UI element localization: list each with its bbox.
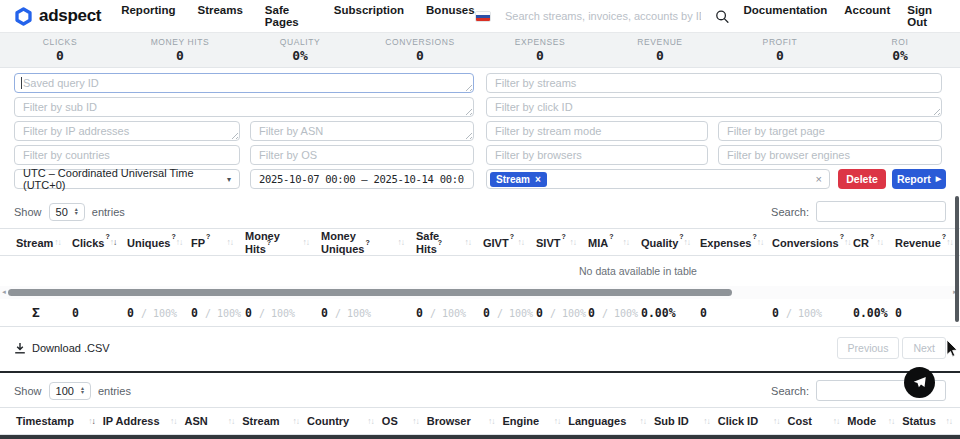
- col-browser[interactable]: Browser ↑↓: [427, 415, 503, 427]
- col-conversions[interactable]: Conversions? ↑↓: [772, 236, 853, 249]
- chevron-down-icon: ▾: [227, 175, 231, 184]
- col-fp[interactable]: FP? ↑↓: [191, 236, 245, 249]
- report-type-select[interactable]: Stream × ×: [486, 169, 830, 189]
- streams-filter-field: [486, 73, 942, 93]
- column-label: Languages: [568, 415, 626, 427]
- col-mode[interactable]: Mode ↑↓: [847, 415, 902, 427]
- table1-horizontal-scrollbar[interactable]: ◄ ►: [0, 286, 960, 299]
- sort-icon: ↑↓: [877, 237, 884, 247]
- ip-addresses-input[interactable]: [14, 121, 240, 141]
- col-revenue[interactable]: Revenue? ↑↓: [895, 236, 955, 249]
- click-id-input[interactable]: [486, 97, 942, 117]
- col-quality[interactable]: Quality? ↑↓: [641, 236, 700, 249]
- stream-filter-tag[interactable]: Stream ×: [490, 172, 547, 187]
- nav-documentation[interactable]: Documentation: [744, 4, 828, 28]
- saved-query-input[interactable]: [14, 73, 474, 93]
- browser-engines-field: [718, 145, 942, 165]
- column-label: Revenue?: [895, 236, 946, 249]
- sort-icon: ↑↓: [773, 416, 780, 426]
- target-page-input[interactable]: [718, 121, 942, 141]
- table1-controls: Show 50 ▴▾ entries Search:: [0, 194, 960, 228]
- table2-horizontal-scrollbar[interactable]: [0, 435, 960, 439]
- global-search-input[interactable]: [505, 10, 701, 22]
- page-size-select-2[interactable]: 100 ▴▾: [49, 382, 91, 400]
- nav-safe-pages[interactable]: Safe Pages: [265, 4, 312, 28]
- column-label: Expenses?: [700, 236, 757, 249]
- sort-icon: ↑↓: [946, 416, 953, 426]
- scrollbar-thumb[interactable]: [8, 289, 732, 296]
- navbar-right: Documentation Account Sign Out: [475, 4, 946, 28]
- col-asn[interactable]: ASN ↑↓: [184, 415, 242, 427]
- column-label: Quality?: [641, 236, 684, 249]
- col-country[interactable]: Country ↑↓: [307, 415, 382, 427]
- russian-flag-icon[interactable]: [475, 11, 491, 22]
- countries-input[interactable]: [14, 145, 240, 165]
- asn-input[interactable]: [250, 121, 474, 141]
- previous-button[interactable]: Previous: [837, 337, 900, 359]
- col-uniques[interactable]: Uniques? ↑↓: [127, 236, 191, 249]
- col-sivt[interactable]: SIVT? ↑↓: [536, 236, 588, 249]
- table1-search-input[interactable]: [816, 201, 946, 222]
- col-status[interactable]: Status ↑↓: [902, 415, 960, 427]
- col-ip-address[interactable]: IP Address ↑↓: [103, 415, 185, 427]
- clear-selection-icon[interactable]: ×: [816, 173, 822, 185]
- column-label: Cost: [788, 415, 812, 427]
- col-languages[interactable]: Languages ↑↓: [568, 415, 654, 427]
- page-size-select[interactable]: 50 ▴▾: [49, 203, 85, 221]
- col-sub-id[interactable]: Sub ID ↑↓: [654, 415, 718, 427]
- col-clicks[interactable]: Clicks? ↑↓: [72, 236, 127, 249]
- sort-icon: ↑↓: [176, 237, 183, 247]
- stream-mode-field: [486, 121, 708, 141]
- page-vertical-scrollbar[interactable]: [955, 196, 959, 322]
- col-stream2[interactable]: Stream ↑↓: [242, 415, 307, 427]
- nav-streams[interactable]: Streams: [197, 4, 242, 28]
- summary-quality: 0.00%: [641, 306, 700, 320]
- column-label: Mode: [847, 415, 876, 427]
- browsers-input[interactable]: [486, 145, 708, 165]
- next-button[interactable]: Next: [902, 337, 946, 359]
- col-cr[interactable]: CR? ↑↓: [853, 236, 895, 249]
- summary-sivt: 0/ 100%: [536, 306, 588, 320]
- stream-mode-input[interactable]: [486, 121, 708, 141]
- adspect-logo[interactable]: adspect: [14, 6, 101, 26]
- nav-subscription[interactable]: Subscription: [334, 4, 404, 28]
- download-csv-link[interactable]: Download .CSV: [14, 342, 110, 354]
- col-safe-hits[interactable]: Safe Hits? ↑↓: [416, 230, 483, 255]
- sort-icon: ↑↓: [554, 416, 561, 426]
- nav-account[interactable]: Account: [844, 4, 890, 28]
- col-money-hits[interactable]: Money Hits? ↑↓: [245, 230, 321, 255]
- delete-button[interactable]: Delete: [838, 169, 886, 189]
- col-givt[interactable]: GIVT? ↑↓: [483, 236, 536, 249]
- browser-engines-input[interactable]: [718, 145, 942, 165]
- os-input[interactable]: [250, 145, 474, 165]
- table2-controls: Show 100 ▴▾ entries Search:: [0, 373, 960, 407]
- scroll-left-icon[interactable]: ◄: [1, 289, 7, 295]
- telegram-chat-button[interactable]: [904, 367, 935, 398]
- nav-sign-out[interactable]: Sign Out: [907, 4, 946, 28]
- top-navbar: adspect Reporting Streams Safe Pages Sub…: [0, 0, 960, 33]
- report-button[interactable]: Report ▶: [892, 169, 946, 189]
- sort-icon: ↑↓: [623, 237, 630, 247]
- streams-filter-input[interactable]: [486, 73, 942, 93]
- remove-tag-icon[interactable]: ×: [535, 174, 541, 185]
- col-click-id[interactable]: Click ID ↑↓: [718, 415, 788, 427]
- nav-bonuses[interactable]: Bonuses: [426, 4, 475, 28]
- col-engine[interactable]: Engine ↑↓: [502, 415, 568, 427]
- column-label: Clicks?: [72, 236, 110, 249]
- download-icon: [14, 342, 26, 354]
- search-icon[interactable]: [715, 9, 729, 24]
- col-money-uniques[interactable]: Money Uniques? ↑↓: [321, 230, 416, 255]
- column-label: Engine: [502, 415, 539, 427]
- timezone-select[interactable]: UTC – Coordinated Universal Time (UTC+0)…: [14, 169, 240, 189]
- col-os[interactable]: OS ↑↓: [382, 415, 427, 427]
- col-cost[interactable]: Cost ↑↓: [788, 415, 848, 427]
- column-label: Stream: [242, 415, 279, 427]
- col-mia[interactable]: MIA? ↑↓: [588, 236, 641, 249]
- sub-id-input[interactable]: [14, 97, 474, 117]
- nav-reporting[interactable]: Reporting: [121, 4, 175, 28]
- col-expenses[interactable]: Expenses? ↑↓: [700, 236, 772, 249]
- col-timestamp[interactable]: Timestamp ↑↓: [16, 415, 103, 427]
- table1-header: Stream ↑↓ Clicks? ↑↓ Uniques? ↑↓ FP? ↑↓ …: [0, 228, 960, 256]
- col-stream[interactable]: Stream ↑↓: [16, 236, 72, 249]
- date-range-input[interactable]: [250, 169, 474, 189]
